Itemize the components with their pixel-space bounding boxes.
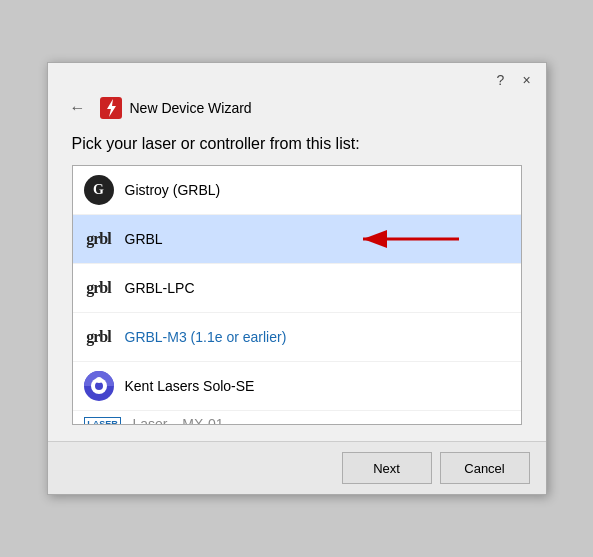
help-button[interactable]: ? xyxy=(492,71,510,89)
dialog: ? × ← New Device Wizard Pick your laser … xyxy=(47,62,547,495)
wizard-title: New Device Wizard xyxy=(130,100,252,116)
prompt-text: Pick your laser or controller from this … xyxy=(72,135,522,153)
cancel-button[interactable]: Cancel xyxy=(440,452,530,484)
item-label: Kent Lasers Solo-SE xyxy=(125,378,255,394)
back-button[interactable]: ← xyxy=(64,97,92,119)
grbl-icon: grbl xyxy=(83,223,115,255)
list-item[interactable]: grbl GRBL xyxy=(73,215,521,264)
list-item[interactable]: grbl GRBL-LPC xyxy=(73,264,521,313)
item-label: Gistroy (GRBL) xyxy=(125,182,221,198)
wizard-header: ← New Device Wizard xyxy=(48,93,546,127)
grbl-m3-icon: grbl xyxy=(83,321,115,353)
item-label: GRBL-LPC xyxy=(125,280,195,296)
wizard-icon xyxy=(100,97,122,119)
svg-point-7 xyxy=(96,377,102,383)
list-item[interactable]: grbl GRBL-M3 (1.1e or earlier) xyxy=(73,313,521,362)
list-item[interactable]: LASER Laser... MX-01 xyxy=(73,411,521,425)
gistroy-icon: G xyxy=(83,174,115,206)
kent-icon xyxy=(83,370,115,402)
next-button[interactable]: Next xyxy=(342,452,432,484)
content-area: Pick your laser or controller from this … xyxy=(48,127,546,441)
list-item[interactable]: G Gistroy (GRBL) xyxy=(73,166,521,215)
device-list[interactable]: G Gistroy (GRBL) grbl GRBL xyxy=(72,165,522,425)
title-bar: ? × xyxy=(48,63,546,93)
list-item[interactable]: Kent Lasers Solo-SE xyxy=(73,362,521,411)
annotation-arrow xyxy=(351,221,461,257)
dialog-footer: Next Cancel xyxy=(48,441,546,494)
item-label: Laser... MX-01 xyxy=(133,416,224,426)
grbl-lpc-icon: grbl xyxy=(83,272,115,304)
laser-badge-icon: LASER xyxy=(83,411,123,425)
close-button[interactable]: × xyxy=(518,71,536,89)
item-label: GRBL-M3 (1.1e or earlier) xyxy=(125,329,287,345)
svg-point-6 xyxy=(95,382,103,390)
item-label: GRBL xyxy=(125,231,163,247)
